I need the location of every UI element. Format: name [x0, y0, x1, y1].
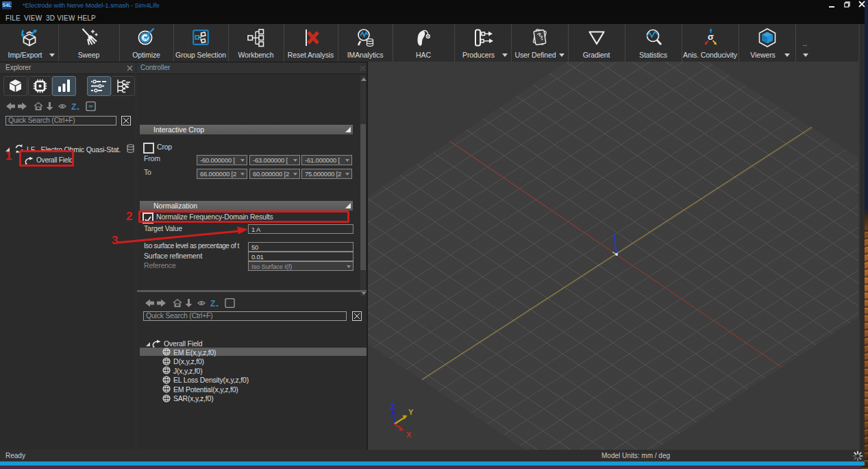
svg-text:Z: Z — [71, 102, 76, 112]
svg-text:σ: σ — [708, 32, 714, 42]
svg-text:Z: Z — [210, 299, 215, 309]
svg-text:Z: Z — [390, 402, 395, 411]
svg-text:X: X — [406, 431, 412, 439]
svg-text:Y: Y — [408, 408, 414, 416]
